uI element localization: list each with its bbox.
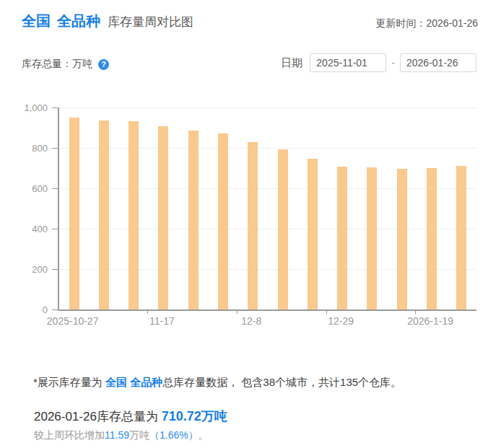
- bar-2025-11-03[interactable]: [99, 120, 109, 309]
- region-title: 全国: [22, 12, 51, 31]
- bar-2025-12-22[interactable]: [308, 159, 318, 309]
- chart-title-suffix: 库存量周对比图: [108, 14, 193, 30]
- x-axis-label: 11-17: [149, 315, 175, 327]
- change-unit: 万吨: [129, 429, 149, 441]
- x-axis-label: 12-29: [328, 315, 354, 327]
- bar-2026-01-26[interactable]: [456, 166, 466, 309]
- date-range-picker: 日期 -: [281, 53, 476, 72]
- bar-slot: [447, 107, 476, 309]
- bar-slot: [357, 107, 387, 309]
- y-axis-label: 600: [32, 183, 48, 194]
- footnote-suffix: 总库存量数据， 包含38个城市，共计135个仓库。: [162, 376, 401, 388]
- update-time-label: 更新时间：: [375, 17, 426, 29]
- change-prefix: 较上周环比增加: [34, 429, 105, 441]
- y-tick: [52, 188, 58, 189]
- bar-slot: [328, 107, 357, 309]
- help-icon[interactable]: [98, 59, 109, 70]
- bar-slot: [387, 107, 417, 309]
- x-axis-label: 2026-1-19: [407, 315, 453, 327]
- date-range-separator: -: [391, 57, 395, 69]
- update-time-value: 2026-01-26: [426, 17, 478, 29]
- x-tick: [326, 309, 327, 314]
- bar-2025-11-17[interactable]: [158, 126, 168, 309]
- summary-prefix: 2026-01-26库存总量为: [34, 410, 162, 423]
- unit-row: 库存总量：万吨: [22, 58, 109, 71]
- bar-2026-01-19[interactable]: [427, 168, 437, 309]
- bar-slot: [149, 107, 178, 309]
- bar-2025-10-27[interactable]: [69, 118, 79, 309]
- bar-slot: [208, 107, 238, 309]
- y-tick: [52, 148, 58, 149]
- bar-2025-11-24[interactable]: [188, 131, 199, 309]
- unit-label: 库存总量：万吨: [22, 58, 92, 71]
- change-value: 11.59: [105, 429, 129, 441]
- bar-slot: [417, 107, 446, 309]
- footnote-region: 全国 全品种: [105, 376, 162, 388]
- change-percent: （1.66%）: [149, 429, 199, 441]
- date-label: 日期: [281, 56, 302, 70]
- bar-2025-11-10[interactable]: [128, 121, 139, 309]
- bar-slot: [59, 107, 89, 309]
- y-axis-labels: 1,0008006004002000: [0, 107, 48, 309]
- bar-slot: [178, 107, 208, 309]
- y-axis-label: 1,000: [24, 102, 48, 113]
- bar-slot: [89, 107, 118, 309]
- change-period: 。: [199, 429, 209, 441]
- variety-title: 全品种: [57, 12, 100, 31]
- bar-2025-12-08[interactable]: [248, 142, 258, 309]
- bar-slot: [119, 107, 149, 309]
- y-tick: [52, 107, 58, 108]
- date-start-input[interactable]: [310, 53, 386, 72]
- x-tick: [147, 309, 148, 314]
- footnote: *展示库存量为 全国 全品种总库存量数据， 包含38个城市，共计135个仓库。: [33, 376, 401, 390]
- bar-2026-01-05[interactable]: [367, 167, 377, 309]
- footnote-prefix: *展示库存量为: [33, 376, 105, 388]
- bar-series: [59, 107, 476, 309]
- weekly-change: 较上周环比增加11.59万吨（1.66%）。: [34, 429, 209, 442]
- date-end-input[interactable]: [400, 53, 476, 72]
- inventory-weekly-chart-page: 全国 全品种 库存量周对比图 更新时间：2026-01-26 库存总量：万吨 日…: [0, 0, 488, 448]
- y-axis-ticks: [52, 107, 58, 309]
- bar-chart-plot[interactable]: [58, 107, 476, 311]
- x-tick: [415, 309, 416, 314]
- y-axis-label: 0: [43, 304, 48, 315]
- total-summary: 2026-01-26库存总量为 710.72万吨: [34, 408, 227, 425]
- y-axis-label: 800: [32, 143, 48, 154]
- y-axis-label: 200: [32, 264, 48, 275]
- y-axis-label: 400: [32, 224, 48, 234]
- x-axis-labels: 2025-10-2711-1712-812-292026-1-19: [58, 315, 475, 330]
- y-tick: [52, 229, 58, 229]
- bar-2025-12-01[interactable]: [218, 133, 228, 309]
- bar-slot: [238, 107, 268, 309]
- update-time: 更新时间：2026-01-26: [375, 17, 478, 30]
- x-axis-ticks: [58, 309, 475, 314]
- bar-2026-01-12[interactable]: [397, 169, 407, 309]
- bar-slot: [297, 107, 327, 309]
- page-title: 全国 全品种 库存量周对比图: [22, 12, 193, 31]
- x-axis-label: 2025-10-27: [47, 315, 99, 327]
- bar-slot: [268, 107, 297, 309]
- summary-value: 710.72万吨: [162, 409, 227, 423]
- bar-2025-12-15[interactable]: [278, 149, 288, 309]
- x-axis-label: 12-8: [241, 315, 261, 327]
- x-tick: [237, 309, 238, 314]
- bar-2025-12-29[interactable]: [337, 167, 347, 309]
- y-tick: [52, 269, 58, 270]
- y-tick: [52, 309, 58, 310]
